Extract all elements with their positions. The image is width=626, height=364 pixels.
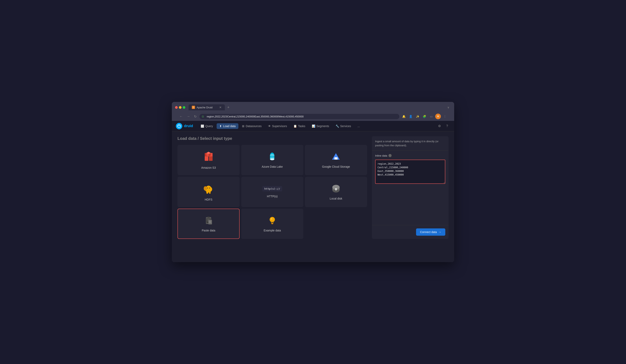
- svg-rect-3: [205, 156, 208, 161]
- reload-button[interactable]: ↻: [193, 114, 198, 119]
- nav-item-tasks[interactable]: 📋 Tasks: [291, 123, 308, 129]
- nav-more-label: ...: [357, 124, 360, 128]
- nav-tasks-label: Tasks: [298, 124, 305, 128]
- breadcrumb-separator: /: [196, 136, 200, 141]
- query-icon: ⬜: [201, 124, 204, 128]
- nav-right: ⚙ ?: [436, 123, 450, 129]
- connect-data-button[interactable]: Connect data →: [416, 228, 445, 236]
- svg-point-42: [270, 217, 275, 222]
- svg-point-22: [209, 188, 210, 188]
- menu-button[interactable]: ⋮: [442, 114, 448, 119]
- svg-rect-43: [271, 223, 273, 224]
- svg-point-25: [204, 186, 207, 191]
- new-tab-button[interactable]: +: [226, 105, 231, 110]
- nav-item-services[interactable]: 🔧 Services: [333, 123, 354, 129]
- panel-footer: Connect data →: [372, 225, 449, 239]
- example-data-label: Example data: [264, 229, 281, 232]
- help-button[interactable]: ?: [444, 123, 450, 129]
- svg-rect-33: [207, 220, 210, 220]
- svg-rect-41: [209, 222, 211, 223]
- nav-item-supervisors[interactable]: 👁 Supervisors: [265, 123, 290, 129]
- druid-logo[interactable]: druid: [176, 123, 193, 129]
- source-card-example-data[interactable]: Example data: [241, 209, 303, 239]
- inline-data-label: Inline data: [375, 154, 387, 157]
- close-traffic-light[interactable]: [175, 106, 178, 109]
- browser-titlebar: D Apache Druid ✕ + ∨ ← → ↻ G 🔔 👤 ✨ 🧩: [172, 102, 454, 121]
- svg-point-0: [177, 124, 181, 128]
- sidebar-icon[interactable]: ▭: [428, 114, 434, 119]
- nav-supervisors-label: Supervisors: [272, 124, 287, 128]
- druid-logo-text: druid: [184, 124, 193, 128]
- page-title: Load data / Select input type: [177, 136, 367, 141]
- nav-item-load-data[interactable]: ⬆ Load data: [217, 123, 238, 129]
- maximize-traffic-light[interactable]: [183, 106, 185, 109]
- nav-query-label: Query: [205, 124, 213, 128]
- inline-data-label-row: Inline data ⓘ: [375, 154, 445, 157]
- nav-item-more[interactable]: ...: [354, 123, 363, 129]
- http-icon: http(s)://: [262, 186, 282, 192]
- minimize-traffic-light[interactable]: [179, 106, 182, 109]
- right-panel: Ingest a small amount of data by typing …: [372, 136, 449, 239]
- connect-data-label: Connect data: [420, 230, 437, 234]
- tab-favicon: D: [192, 106, 195, 109]
- sparkle-icon[interactable]: ✨: [415, 114, 420, 119]
- panel-body: Inline data ⓘ region,2022,2023 Central,2…: [372, 151, 449, 225]
- profile-icon[interactable]: 👤: [408, 114, 413, 119]
- nav-item-segments[interactable]: 📊 Segments: [309, 123, 332, 129]
- source-card-hdfs[interactable]: HDFS: [177, 177, 239, 207]
- svg-rect-38: [208, 220, 212, 224]
- cards-area: Load data / Select input type: [177, 136, 367, 239]
- svg-rect-40: [209, 222, 211, 222]
- svg-point-45: [271, 218, 272, 220]
- services-icon: 🔧: [336, 124, 339, 128]
- forward-button[interactable]: →: [186, 114, 191, 119]
- inline-data-info-icon[interactable]: ⓘ: [389, 154, 392, 157]
- address-bar-container: G: [199, 114, 399, 119]
- source-card-azure-data-lake[interactable]: Azure Data Lake: [241, 145, 303, 175]
- svg-rect-39: [209, 221, 211, 221]
- source-card-amazon-s3[interactable]: Amazon S3: [177, 145, 239, 175]
- extensions-icon[interactable]: 🔔: [401, 114, 407, 119]
- svg-rect-23: [206, 191, 208, 194]
- druid-logo-icon: [176, 123, 182, 129]
- puzzle-icon[interactable]: 🧩: [422, 114, 427, 119]
- http-text-badge: http(s)://: [262, 186, 282, 192]
- nav-items: ⬜ Query ⬆ Load data ⊞ Datasources 👁 Supe…: [198, 123, 436, 129]
- supervisors-icon: 👁: [268, 124, 271, 128]
- browser-actions: 🔔 👤 ✨ 🧩 ▭ H ⋮: [401, 114, 448, 119]
- address-bar[interactable]: [199, 114, 399, 119]
- source-card-google-cloud-storage[interactable]: ≡ Google Cloud Storage: [305, 145, 367, 175]
- svg-point-21: [207, 188, 208, 188]
- user-avatar[interactable]: H: [435, 114, 441, 119]
- nav-item-query[interactable]: ⬜ Query: [198, 123, 216, 129]
- svg-rect-24: [209, 191, 211, 194]
- breadcrumb-part1: Load data: [177, 136, 196, 141]
- back-button[interactable]: ←: [178, 114, 184, 119]
- inline-data-textarea[interactable]: region,2022,2023 Central,215000,240000 E…: [375, 160, 445, 184]
- source-card-local-disk[interactable]: Local disk: [305, 177, 367, 207]
- datasources-icon: ⊞: [242, 124, 244, 128]
- svg-rect-4: [209, 156, 213, 161]
- settings-button[interactable]: ⚙: [436, 123, 442, 129]
- tab-title: Apache Druid: [197, 106, 213, 109]
- nav-segments-label: Segments: [316, 124, 329, 128]
- nav-load-data-label: Load data: [223, 124, 235, 128]
- paste-data-label: Paste data: [202, 229, 215, 232]
- tab-close-button[interactable]: ✕: [219, 106, 222, 109]
- nav-item-datasources[interactable]: ⊞ Datasources: [239, 123, 264, 129]
- panel-description: Ingest a small amount of data by typing …: [372, 136, 449, 151]
- window-collapse-button[interactable]: ∨: [446, 105, 451, 110]
- connect-data-arrow: →: [438, 230, 441, 234]
- google-cloud-storage-label: Google Cloud Storage: [322, 165, 350, 168]
- nav-services-label: Services: [340, 124, 351, 128]
- http-label: HTTP(s): [267, 195, 278, 198]
- source-card-http[interactable]: http(s):// HTTP(s): [241, 177, 303, 207]
- source-cards-grid: Amazon S3 Azu: [177, 145, 367, 239]
- breadcrumb-part2: Select input type: [200, 136, 232, 141]
- browser-nav: ← → ↻ G 🔔 👤 ✨ 🧩 ▭ H ⋮: [175, 112, 451, 121]
- browser-window: D Apache Druid ✕ + ∨ ← → ↻ G 🔔 👤 ✨ 🧩: [172, 102, 454, 262]
- example-data-icon: [267, 215, 277, 226]
- source-card-paste-data[interactable]: Paste data: [177, 209, 239, 239]
- svg-rect-32: [207, 219, 210, 219]
- browser-tab-active[interactable]: D Apache Druid ✕: [189, 104, 225, 110]
